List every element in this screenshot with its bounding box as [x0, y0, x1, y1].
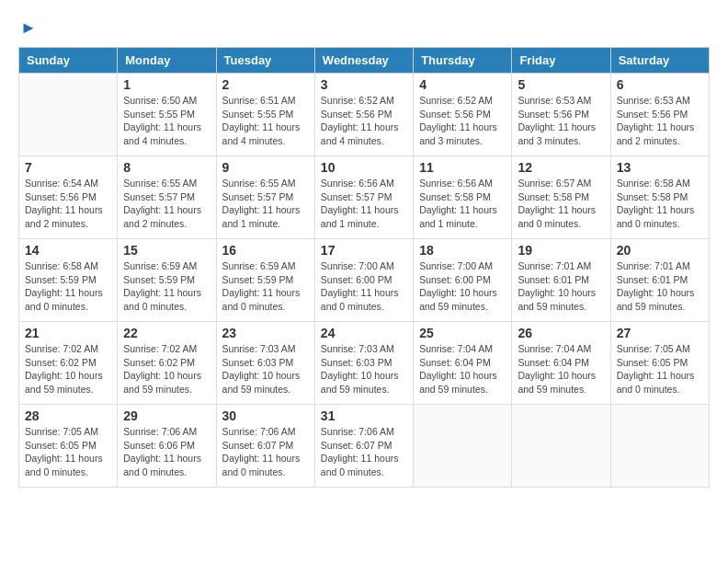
calendar-cell: 21Sunrise: 7:02 AMSunset: 6:02 PMDayligh…	[19, 322, 118, 405]
calendar-header-sunday: Sunday	[19, 48, 118, 74]
day-info: Sunrise: 6:56 AMSunset: 5:58 PMDaylight:…	[419, 177, 506, 231]
day-number: 26	[518, 326, 604, 340]
calendar-header-saturday: Saturday	[610, 48, 709, 74]
day-number: 17	[321, 243, 407, 258]
calendar-cell: 8Sunrise: 6:55 AMSunset: 5:57 PMDaylight…	[118, 156, 216, 239]
day-number: 8	[123, 160, 210, 175]
calendar-body: 1Sunrise: 6:50 AMSunset: 5:55 PMDaylight…	[19, 74, 710, 488]
calendar-cell: 28Sunrise: 7:05 AMSunset: 6:05 PMDayligh…	[19, 405, 118, 488]
day-number: 6	[617, 77, 703, 92]
day-info: Sunrise: 6:52 AMSunset: 5:56 PMDaylight:…	[419, 94, 506, 148]
calendar-header-friday: Friday	[512, 48, 610, 74]
day-info: Sunrise: 7:01 AMSunset: 6:01 PMDaylight:…	[617, 259, 703, 314]
day-number: 20	[617, 243, 703, 258]
day-number: 9	[222, 160, 309, 175]
day-number: 4	[419, 77, 506, 92]
calendar-week-0: 1Sunrise: 6:50 AMSunset: 5:55 PMDaylight…	[19, 74, 710, 156]
day-info: Sunrise: 7:06 AMSunset: 6:07 PMDaylight:…	[222, 425, 309, 479]
calendar-cell: 12Sunrise: 6:57 AMSunset: 5:58 PMDayligh…	[512, 156, 610, 239]
day-info: Sunrise: 6:54 AMSunset: 5:56 PMDaylight:…	[25, 177, 111, 231]
day-number: 30	[222, 408, 309, 423]
calendar-cell: 4Sunrise: 6:52 AMSunset: 5:56 PMDaylight…	[414, 74, 512, 156]
calendar-week-3: 21Sunrise: 7:02 AMSunset: 6:02 PMDayligh…	[19, 322, 710, 405]
day-info: Sunrise: 7:00 AMSunset: 6:00 PMDaylight:…	[419, 259, 506, 314]
calendar-cell: 13Sunrise: 6:58 AMSunset: 5:58 PMDayligh…	[610, 156, 709, 239]
day-number: 14	[25, 243, 111, 258]
calendar-cell: 1Sunrise: 6:50 AMSunset: 5:55 PMDaylight…	[118, 74, 216, 156]
day-info: Sunrise: 6:58 AMSunset: 5:59 PMDaylight:…	[25, 259, 111, 314]
day-info: Sunrise: 7:06 AMSunset: 6:06 PMDaylight:…	[123, 425, 210, 479]
calendar-cell: 19Sunrise: 7:01 AMSunset: 6:01 PMDayligh…	[512, 239, 610, 322]
calendar-cell: 15Sunrise: 6:59 AMSunset: 5:59 PMDayligh…	[118, 239, 216, 322]
calendar-cell: 31Sunrise: 7:06 AMSunset: 6:07 PMDayligh…	[314, 405, 413, 488]
calendar-cell: 10Sunrise: 6:56 AMSunset: 5:57 PMDayligh…	[314, 156, 413, 239]
calendar-week-4: 28Sunrise: 7:05 AMSunset: 6:05 PMDayligh…	[19, 405, 710, 488]
calendar-cell: 11Sunrise: 6:56 AMSunset: 5:58 PMDayligh…	[414, 156, 512, 239]
day-number: 18	[419, 243, 506, 258]
day-info: Sunrise: 7:03 AMSunset: 6:03 PMDaylight:…	[321, 342, 407, 396]
logo-bird-icon: ►	[20, 18, 37, 38]
calendar-week-2: 14Sunrise: 6:58 AMSunset: 5:59 PMDayligh…	[19, 239, 710, 322]
day-info: Sunrise: 6:56 AMSunset: 5:57 PMDaylight:…	[321, 177, 407, 231]
day-number: 10	[321, 160, 407, 175]
day-number: 3	[321, 77, 407, 92]
day-info: Sunrise: 7:01 AMSunset: 6:01 PMDaylight:…	[518, 259, 604, 314]
calendar-header-monday: Monday	[118, 48, 216, 74]
day-number: 27	[617, 326, 703, 340]
calendar-header-tuesday: Tuesday	[216, 48, 314, 74]
day-number: 11	[419, 160, 506, 175]
calendar-cell: 2Sunrise: 6:51 AMSunset: 5:55 PMDaylight…	[216, 74, 314, 156]
calendar-cell: 16Sunrise: 6:59 AMSunset: 5:59 PMDayligh…	[216, 239, 314, 322]
day-number: 15	[123, 243, 210, 258]
day-info: Sunrise: 6:58 AMSunset: 5:58 PMDaylight:…	[617, 177, 703, 231]
day-number: 22	[123, 326, 210, 340]
calendar-header-thursday: Thursday	[414, 48, 512, 74]
day-number: 5	[518, 77, 604, 92]
day-info: Sunrise: 7:03 AMSunset: 6:03 PMDaylight:…	[222, 342, 309, 396]
calendar-cell	[610, 405, 709, 488]
day-info: Sunrise: 7:02 AMSunset: 6:02 PMDaylight:…	[123, 342, 210, 396]
calendar-cell: 20Sunrise: 7:01 AMSunset: 6:01 PMDayligh…	[610, 239, 709, 322]
day-info: Sunrise: 6:59 AMSunset: 5:59 PMDaylight:…	[222, 259, 309, 314]
day-info: Sunrise: 6:57 AMSunset: 5:58 PMDaylight:…	[518, 177, 604, 231]
calendar-cell: 3Sunrise: 6:52 AMSunset: 5:56 PMDaylight…	[314, 74, 413, 156]
calendar-cell: 9Sunrise: 6:55 AMSunset: 5:57 PMDaylight…	[216, 156, 314, 239]
calendar-cell: 30Sunrise: 7:06 AMSunset: 6:07 PMDayligh…	[216, 405, 314, 488]
day-number: 21	[25, 326, 111, 340]
day-number: 28	[25, 408, 111, 423]
day-number: 31	[321, 408, 407, 423]
day-info: Sunrise: 6:51 AMSunset: 5:55 PMDaylight:…	[222, 94, 309, 148]
calendar-cell: 7Sunrise: 6:54 AMSunset: 5:56 PMDaylight…	[19, 156, 118, 239]
day-number: 16	[222, 243, 309, 258]
day-info: Sunrise: 6:59 AMSunset: 5:59 PMDaylight:…	[123, 259, 210, 314]
calendar-table: SundayMondayTuesdayWednesdayThursdayFrid…	[18, 47, 710, 488]
day-info: Sunrise: 6:55 AMSunset: 5:57 PMDaylight:…	[222, 177, 309, 231]
day-info: Sunrise: 6:53 AMSunset: 5:56 PMDaylight:…	[518, 94, 604, 148]
day-info: Sunrise: 7:04 AMSunset: 6:04 PMDaylight:…	[518, 342, 604, 396]
calendar-cell: 17Sunrise: 7:00 AMSunset: 6:00 PMDayligh…	[314, 239, 413, 322]
calendar-header-row: SundayMondayTuesdayWednesdayThursdayFrid…	[19, 48, 710, 74]
day-number: 25	[419, 326, 506, 340]
day-info: Sunrise: 7:02 AMSunset: 6:02 PMDaylight:…	[25, 342, 111, 396]
calendar-week-1: 7Sunrise: 6:54 AMSunset: 5:56 PMDaylight…	[19, 156, 710, 239]
calendar-cell: 25Sunrise: 7:04 AMSunset: 6:04 PMDayligh…	[414, 322, 512, 405]
day-number: 13	[617, 160, 703, 175]
day-info: Sunrise: 7:04 AMSunset: 6:04 PMDaylight:…	[419, 342, 506, 396]
calendar-cell: 24Sunrise: 7:03 AMSunset: 6:03 PMDayligh…	[314, 322, 413, 405]
page-header: ►	[18, 18, 710, 38]
calendar-cell: 26Sunrise: 7:04 AMSunset: 6:04 PMDayligh…	[512, 322, 610, 405]
calendar-cell: 5Sunrise: 6:53 AMSunset: 5:56 PMDaylight…	[512, 74, 610, 156]
day-info: Sunrise: 6:55 AMSunset: 5:57 PMDaylight:…	[123, 177, 210, 231]
calendar-cell	[512, 405, 610, 488]
calendar-cell: 29Sunrise: 7:06 AMSunset: 6:06 PMDayligh…	[118, 405, 216, 488]
calendar-cell	[414, 405, 512, 488]
calendar-cell	[19, 74, 118, 156]
day-info: Sunrise: 6:52 AMSunset: 5:56 PMDaylight:…	[321, 94, 407, 148]
calendar-cell: 27Sunrise: 7:05 AMSunset: 6:05 PMDayligh…	[610, 322, 709, 405]
calendar-cell: 23Sunrise: 7:03 AMSunset: 6:03 PMDayligh…	[216, 322, 314, 405]
day-number: 7	[25, 160, 111, 175]
day-number: 2	[222, 77, 309, 92]
day-number: 24	[321, 326, 407, 340]
day-number: 19	[518, 243, 604, 258]
calendar-header-wednesday: Wednesday	[314, 48, 413, 74]
